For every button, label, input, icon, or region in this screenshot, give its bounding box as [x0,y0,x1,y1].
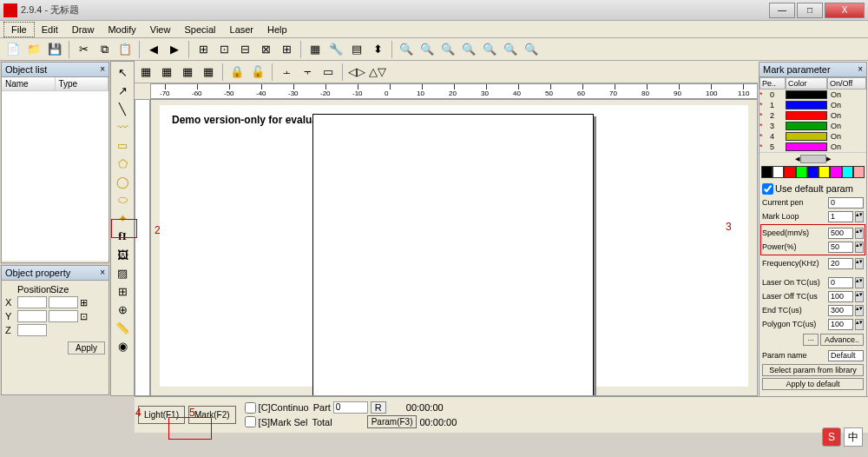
menu-view[interactable]: View [143,23,178,36]
power-input[interactable]: 50 [828,242,853,253]
size-x[interactable] [49,296,78,308]
zoom-all-icon[interactable]: 🔍 [522,40,541,59]
current-pen-input[interactable]: 0 [828,197,864,209]
grid4-icon[interactable]: ▦ [199,63,218,82]
col-type[interactable]: Type [56,77,109,90]
zoom-in-icon[interactable]: 🔍 [418,40,437,59]
encoder-tool-icon[interactable]: ◉ [113,337,132,354]
mirror-v-icon[interactable]: △▽ [368,63,387,82]
measure-tool-icon[interactable]: 📏 [113,319,132,336]
grid2-icon[interactable]: ▦ [157,63,176,82]
zoom-win-icon[interactable]: 🔍 [501,40,520,59]
new-icon[interactable]: 📄 [3,40,23,59]
menu-file[interactable]: File [3,22,35,37]
polygon-tool-icon[interactable]: ⬠ [113,155,132,172]
cut-icon[interactable]: ✂ [74,40,93,59]
use-default-checkbox[interactable] [762,183,773,195]
copy-icon[interactable]: ⧉ [95,40,114,59]
more-button[interactable]: ··· [803,334,819,346]
zoom-sel-icon[interactable]: 🔍 [480,40,499,59]
menu-edit[interactable]: Edit [35,23,65,36]
align2-icon[interactable]: ⫟ [298,63,317,82]
mark-button[interactable]: Mark(F2) [188,406,236,424]
grid-snap-icon[interactable]: ▦ [136,63,155,82]
mark-loop-input[interactable]: 1 [828,211,853,222]
pen-row[interactable]: *3On [760,121,866,131]
snap3-icon[interactable]: ⊟ [235,40,254,59]
curve-tool-icon[interactable]: 〰 [113,118,132,136]
apply-button[interactable]: Apply [68,341,105,354]
barcode-tool-icon[interactable]: ⊞ [113,282,132,300]
image-tool-icon[interactable]: 🖼 [113,246,132,263]
line-tool-icon[interactable]: ╲ [113,100,132,117]
apply-default-button[interactable]: Apply to default [762,378,864,390]
circle-tool-icon[interactable]: ◯ [113,173,132,190]
open-icon[interactable]: 📁 [24,40,43,59]
marksel-checkbox[interactable] [245,416,256,427]
poly-tc-input[interactable]: 100 [828,319,853,330]
part-input[interactable]: 0 [333,401,368,414]
forward-icon[interactable]: ▶ [165,40,184,59]
color-palette[interactable] [761,166,865,178]
menu-draw[interactable]: Draw [65,23,102,36]
pen-row[interactable]: *0On [760,89,866,100]
snap4-icon[interactable]: ⊠ [256,40,275,59]
hatch-tool-icon[interactable]: ▨ [113,264,132,281]
snap2-icon[interactable]: ⊡ [214,40,233,59]
menu-help[interactable]: Help [260,23,294,36]
pos-z[interactable] [17,324,47,336]
snap1-icon[interactable]: ⊞ [194,40,213,59]
table-icon[interactable]: ▤ [347,40,366,59]
paste-icon[interactable]: 📋 [115,40,135,59]
param-button[interactable]: Param(F3) [367,415,418,428]
freq-input[interactable]: 20 [828,258,853,269]
canvas[interactable]: Demo version-only for evaluation [150,99,758,396]
save-icon[interactable]: 💾 [45,40,64,59]
param-name-input[interactable]: Default [828,350,864,361]
wrench-icon[interactable]: 🔧 [326,40,345,59]
back-icon[interactable]: ◀ [144,40,163,59]
zoom-icon[interactable]: 🔍 [397,40,416,59]
object-list-close-icon[interactable]: × [100,64,105,75]
size-y[interactable] [49,310,78,322]
select-library-button[interactable]: Select param from library [762,364,864,376]
lock-icon[interactable]: 🔒 [227,63,247,82]
align3-icon[interactable]: ▭ [319,63,338,82]
unlock-icon[interactable]: 🔓 [248,63,267,82]
spin-icon[interactable]: ▴▾ [855,211,864,222]
advance-button[interactable]: Advance.. [820,334,864,346]
ime-s-icon[interactable]: S [822,427,841,447]
pen-row[interactable]: *5On [760,142,866,152]
pen-scrollbar[interactable]: ◂▸ [760,152,866,164]
pen-row[interactable]: *1On [760,100,866,110]
grid3-icon[interactable]: ▦ [178,63,197,82]
object-property-close-icon[interactable]: × [100,268,105,278]
pen-row[interactable]: *4On [760,131,866,142]
rect-tool-icon[interactable]: ▭ [113,136,132,154]
menu-laser[interactable]: Laser [223,23,261,36]
speed-input[interactable]: 500 [828,228,853,239]
pos-y[interactable] [17,310,47,322]
target-tool-icon[interactable]: ⊕ [113,301,132,318]
zoom-fit-icon[interactable]: 🔍 [459,40,478,59]
units-icon[interactable]: ⊞ [80,297,88,308]
node-tool-icon[interactable]: ↗ [113,82,132,99]
end-tc-input[interactable]: 300 [828,305,853,316]
continuous-checkbox[interactable] [245,402,256,414]
grid-icon[interactable]: ▦ [306,40,325,59]
pos-x[interactable] [17,296,47,308]
menu-special[interactable]: Special [177,23,222,36]
pen-row[interactable]: *2On [760,110,866,121]
select-tool-icon[interactable]: ↖ [113,63,132,81]
close-button[interactable]: X [825,3,865,18]
sort-icon[interactable]: ⬍ [368,40,387,59]
star-tool-icon[interactable]: ✦ [113,209,132,227]
ime-indicator[interactable]: S中 [822,427,863,447]
maximize-button[interactable]: □ [797,3,823,18]
mark-parameter-close-icon[interactable]: × [858,64,863,75]
laser-off-input[interactable]: 100 [828,291,853,302]
zoom-out-icon[interactable]: 🔍 [438,40,457,59]
align1-icon[interactable]: ⫠ [277,63,296,82]
ellipse-tool-icon[interactable]: ⬭ [113,191,132,209]
ime-lang-icon[interactable]: 中 [844,427,863,447]
